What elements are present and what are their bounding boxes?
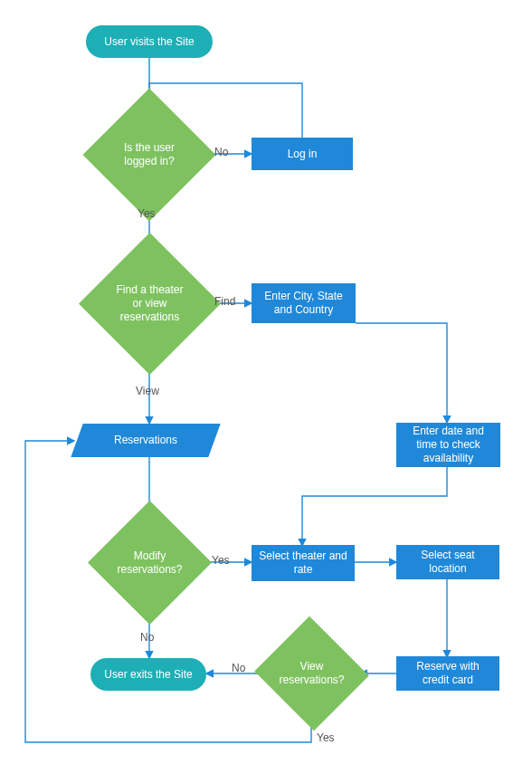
node-enter-city: Enter City, State and Country [252, 283, 356, 323]
node-enter-date: Enter date and time to check availabilit… [396, 423, 500, 467]
edge-label-yes-2: Yes [212, 554, 230, 567]
node-select-theater: Select theater and rate [252, 545, 355, 581]
edge-label-no-1: No [214, 146, 228, 158]
node-modify-label: Modify reservations? [106, 519, 194, 606]
edge-label-no-2: No [140, 631, 154, 644]
node-login: Log in [252, 138, 353, 170]
edge-label-no-3: No [232, 662, 245, 674]
node-find-view-label: Find a theater or view reservations [100, 253, 200, 354]
node-view-res-label: View reservations? [270, 635, 354, 712]
node-exit: User exits the Site [90, 658, 206, 691]
node-modify-decision: Modify reservations? [106, 519, 194, 606]
node-reservations-label: Reservations [114, 434, 177, 447]
node-logged-in-label: Is the user logged in? [102, 108, 196, 202]
node-select-seat: Select seat location [396, 545, 499, 579]
node-start: User visits the Site [86, 25, 213, 58]
node-find-view-decision: Find a theater or view reservations [100, 253, 200, 354]
node-logged-in-decision: Is the user logged in? [102, 108, 196, 202]
edge-label-find: Find [214, 295, 235, 308]
edge-label-yes-1: Yes [138, 207, 156, 220]
node-view-res-decision: View reservations? [270, 635, 354, 712]
edge-label-yes-3: Yes [317, 731, 335, 744]
edge-label-view: View [136, 385, 159, 397]
node-reservations: Reservations [71, 424, 220, 457]
node-reserve-card: Reserve with credit card [396, 656, 499, 691]
